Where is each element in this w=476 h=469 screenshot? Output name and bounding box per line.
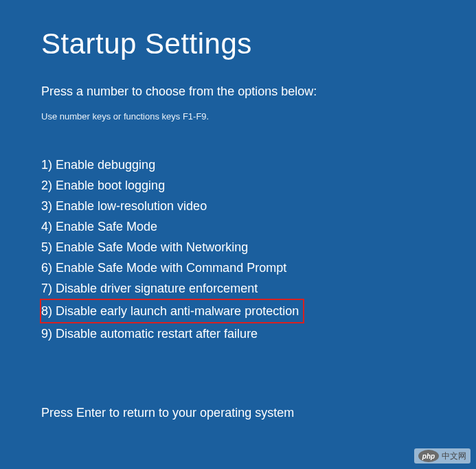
option-text-highlighted: 8) Disable early launch anti-malware pro… [40,299,304,323]
option-2[interactable]: 2) Enable boot logging [41,175,435,196]
option-8[interactable]: 8) Disable early launch anti-malware pro… [41,299,435,323]
option-4[interactable]: 4) Enable Safe Mode [41,216,435,237]
instruction-subtitle: Press a number to choose from the option… [41,84,435,99]
option-text: 3) Enable low-resolution video [41,199,207,213]
option-6[interactable]: 6) Enable Safe Mode with Command Prompt [41,258,435,278]
option-text: 2) Enable boot logging [41,179,165,192]
option-9[interactable]: 9) Disable automatic restart after failu… [41,323,435,344]
option-text: 5) Enable Safe Mode with Networking [41,240,248,254]
php-logo-icon: php [418,450,439,462]
option-text: 4) Enable Safe Mode [41,220,157,233]
option-text: 6) Enable Safe Mode with Command Prompt [41,261,286,275]
option-text: 9) Disable automatic restart after failu… [41,327,258,341]
watermark-text: 中文网 [442,450,466,462]
option-3[interactable]: 3) Enable low-resolution video [41,196,435,216]
watermark: php 中文网 [414,448,471,464]
option-text: 1) Enable debugging [41,158,155,172]
startup-options-list: 1) Enable debugging 2) Enable boot loggi… [41,155,435,344]
key-hint: Use number keys or functions keys F1-F9. [41,111,435,122]
option-5[interactable]: 5) Enable Safe Mode with Networking [41,237,435,258]
option-1[interactable]: 1) Enable debugging [41,155,435,175]
footer-instruction: Press Enter to return to your operating … [41,406,435,420]
page-title: Startup Settings [41,27,435,60]
option-7[interactable]: 7) Disable driver signature enforcement [41,278,435,299]
option-text: 7) Disable driver signature enforcement [41,282,258,295]
